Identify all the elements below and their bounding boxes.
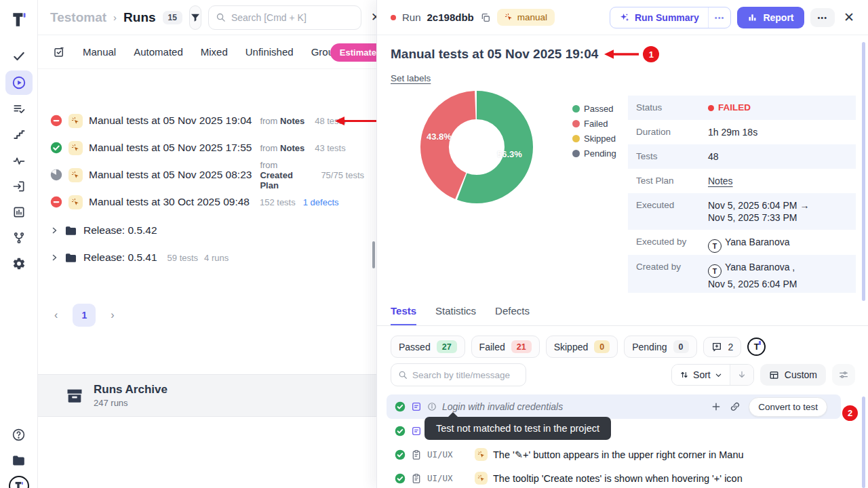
filter-chip-comments[interactable]: 2 (703, 337, 742, 357)
info-row-duration: Duration 1h 29m 18s (628, 120, 856, 144)
link-icon[interactable] (730, 401, 741, 412)
test-plan-link[interactable]: Notes (708, 169, 733, 187)
convert-to-test-button[interactable]: Convert to test (749, 397, 827, 417)
legend-item-passed[interactable]: Passed (572, 104, 616, 114)
run-id: 2c198dbb (427, 12, 474, 23)
legend-item-pending[interactable]: Pending (572, 148, 616, 159)
tab-manual[interactable]: Manual (83, 46, 116, 58)
tab-estimate-chip[interactable]: Estimate (330, 43, 376, 62)
runs-scrollbar[interactable] (372, 241, 375, 268)
custom-columns-button[interactable]: Custom (760, 364, 826, 386)
sidebar-item-import[interactable] (5, 175, 33, 198)
manual-run-icon (68, 168, 83, 182)
tab-defects[interactable]: Defects (495, 305, 530, 325)
pagination-next[interactable]: › (104, 305, 121, 325)
runs-search-input[interactable] (231, 12, 354, 23)
release-group-row[interactable]: Release: 0.5.41 59 tests 4 runs (38, 244, 376, 271)
sidebar-item-analytics[interactable] (5, 201, 33, 224)
run-row[interactable]: Manual tests at 05 Nov 2025 19:04 from N… (38, 107, 376, 134)
info-row-created-by: Created by TYana Baranova , Nov 5, 2025 … (628, 255, 856, 293)
run-summary-button[interactable]: Run Summary (610, 7, 708, 28)
sliders-icon-button[interactable] (832, 364, 855, 386)
test-row-case[interactable]: UI/UX The '✎+' button appears in the upp… (377, 443, 868, 466)
tab-unfinished[interactable]: Unfinished (245, 46, 294, 58)
archive-title: Runs Archive (94, 383, 167, 396)
check-icon (12, 49, 26, 63)
add-icon[interactable] (711, 401, 722, 412)
filter-chip-skipped[interactable]: Skipped0 (546, 336, 618, 358)
test-row-case[interactable]: UI/UX The tooltip 'Create notes' is show… (377, 466, 868, 488)
tab-mixed[interactable]: Mixed (201, 46, 228, 58)
sidebar-item-tasks[interactable] (5, 45, 33, 68)
runs-archive-row[interactable]: Runs Archive 247 runs (38, 374, 376, 417)
sort-button-group: Sort (671, 364, 754, 386)
tests-search-input[interactable] (412, 370, 514, 380)
run-row[interactable]: Manual tests at 05 Nov 2025 17:55 from N… (38, 134, 376, 161)
chevron-right-icon[interactable] (50, 226, 58, 235)
manual-test-icon (475, 472, 488, 485)
passed-status-icon (395, 449, 406, 460)
note-icon (411, 401, 422, 412)
in-progress-status-icon (50, 169, 62, 181)
bar-chart-box-icon (12, 205, 26, 219)
run-from: from Created Plan (260, 160, 311, 190)
info-row-test-plan: Test Plan Notes (628, 169, 856, 193)
run-tests-count: 43 tests (315, 143, 346, 153)
sidebar-item-test-cases[interactable] (5, 98, 33, 121)
release-group-row[interactable]: Release: 0.5.42 (38, 217, 376, 244)
sort-direction-button[interactable] (730, 365, 753, 385)
profile-avatar[interactable] (5, 474, 33, 488)
sort-button[interactable]: Sort (672, 365, 730, 385)
tab-automated[interactable]: Automated (134, 46, 183, 58)
chevron-right-icon[interactable] (50, 253, 58, 262)
close-panel-button[interactable]: ✕ (368, 7, 376, 27)
filter-chip-passed[interactable]: Passed27 (391, 336, 465, 358)
run-from: from Notes (260, 116, 304, 126)
tab-tests[interactable]: Tests (391, 305, 416, 325)
sidebar-item-settings[interactable] (5, 252, 33, 275)
filter-chip-failed[interactable]: Failed21 (471, 336, 540, 358)
donut-label-passed: 56.3% (497, 149, 522, 159)
detail-close-button[interactable]: ✕ (841, 7, 857, 28)
tab-statistics[interactable]: Statistics (435, 305, 476, 325)
detail-scrollbar-top[interactable] (862, 42, 865, 301)
legend-item-skipped[interactable]: Skipped (572, 134, 616, 144)
archive-subtitle: 247 runs (94, 398, 167, 408)
sidebar-item-runs[interactable] (5, 70, 33, 95)
run-summary-more-button[interactable]: ••• (708, 7, 731, 28)
run-title: Manual tests at 05 Nov 2025 08:23 (89, 169, 252, 181)
tests-search[interactable] (391, 363, 526, 386)
pagination-prev[interactable]: ‹ (47, 305, 64, 325)
pagination-page-1[interactable]: 1 (73, 304, 96, 327)
manual-type-chip[interactable]: manual (497, 9, 555, 26)
select-runs-icon[interactable] (53, 46, 65, 58)
import-icon (12, 180, 26, 193)
passed-status-icon (395, 401, 406, 412)
app-logo[interactable] (5, 8, 33, 31)
assignee-filter-avatar[interactable]: T (747, 338, 766, 356)
detail-more-button[interactable]: ••• (810, 8, 835, 27)
sidebar-item-help[interactable] (5, 423, 33, 446)
info-circle-icon (427, 402, 437, 411)
sidebar-item-steps[interactable] (5, 123, 33, 146)
run-row[interactable]: Manual tests at 05 Nov 2025 08:23 from C… (38, 161, 376, 188)
passed-status-icon (395, 473, 406, 484)
legend-item-failed[interactable]: Failed (572, 119, 616, 129)
folder-icon (64, 224, 77, 237)
sidebar-item-branches[interactable] (5, 226, 33, 249)
run-defects-link[interactable]: 1 defects (303, 197, 339, 207)
filter-chip-pending[interactable]: Pending0 (624, 336, 696, 358)
clipboard-icon (411, 449, 422, 460)
test-suite-tag: UI/UX (427, 473, 469, 483)
set-labels-link[interactable]: Set labels (391, 73, 431, 83)
sidebar-item-activity[interactable] (5, 149, 33, 172)
detail-scrollbar-bottom[interactable] (862, 396, 865, 488)
sidebar-item-projects[interactable] (5, 449, 33, 472)
runs-search[interactable] (208, 5, 361, 30)
breadcrumb-project[interactable]: Testomat (50, 10, 106, 25)
report-button[interactable]: Report (737, 7, 804, 28)
filter-button[interactable] (189, 5, 201, 30)
annotation-arrow-run (334, 116, 376, 126)
copy-icon[interactable] (480, 12, 491, 23)
run-row[interactable]: Manual tests at 30 Oct 2025 09:48 152 te… (38, 188, 376, 216)
